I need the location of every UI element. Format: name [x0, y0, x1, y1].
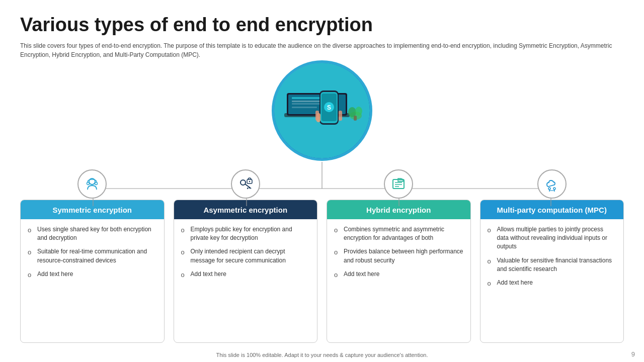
card-symmetric: Symmetric encryption o Uses single share…: [20, 200, 165, 343]
card-wrapper-asymmetric: Asymmetric encryption o Employs public k…: [174, 185, 318, 343]
card-mpc: Multi-party computation (MPC) o Allows m…: [480, 200, 624, 343]
bullet-item: o Provides balance between high performa…: [334, 247, 463, 265]
bullet-item: o Uses single shared key for both encryp…: [28, 225, 157, 243]
asymmetric-icon: [231, 169, 260, 199]
svg-line-30: [245, 184, 251, 189]
bullet-item: o Add text here: [334, 270, 463, 280]
center-illustration: S: [274, 63, 370, 158]
card-asymmetric: Asymmetric encryption o Employs public k…: [174, 200, 318, 343]
card-symmetric-header: Symmetric encryption: [21, 200, 164, 219]
card-asymmetric-body: o Employs public key for encryption and …: [174, 219, 317, 290]
card-asymmetric-header: Asymmetric encryption: [174, 200, 317, 219]
mpc-icon: [537, 169, 567, 199]
card-wrapper-symmetric: Symmetric encryption o Uses single share…: [20, 185, 165, 343]
svg-rect-11: [354, 116, 357, 121]
cards-row: Symmetric encryption o Uses single share…: [20, 185, 624, 343]
page-title: Various types of end to end encryption: [20, 14, 624, 36]
card-symmetric-body: o Uses single shared key for both encryp…: [21, 219, 164, 290]
center-image-area: S: [0, 60, 644, 161]
card-mpc-header: Multi-party computation (MPC): [480, 200, 624, 219]
bullet-item: o Add text here: [28, 270, 157, 280]
svg-point-28: [95, 183, 98, 185]
subtitle-text: This slide covers four types of end-to-e…: [20, 41, 624, 59]
bullet-item: o Suitable for real-time communication a…: [28, 247, 157, 265]
svg-rect-4: [292, 97, 322, 99]
svg-point-27: [87, 183, 90, 185]
svg-rect-7: [292, 107, 317, 108]
center-circle-inner: S: [274, 63, 370, 158]
card-mpc-body: o Allows multiple parties to jointly pro…: [480, 219, 624, 299]
bullet-item: o Allows multiple parties to jointly pro…: [488, 225, 617, 251]
footer-text: This slide is 100% editable. Adapt it to…: [0, 352, 644, 358]
svg-rect-18: [315, 111, 319, 121]
svg-point-34: [249, 181, 250, 182]
hybrid-icon: [384, 169, 413, 199]
bullet-item: o Add text here: [181, 270, 310, 280]
card-wrapper-mpc: Multi-party computation (MPC) o Allows m…: [480, 185, 624, 343]
svg-point-41: [553, 188, 555, 190]
svg-point-29: [240, 180, 246, 185]
card-hybrid: Hybrid encryption o Combines symmetric a…: [327, 200, 471, 343]
bullet-item: o Employs public key for encryption and …: [181, 225, 310, 243]
svg-point-10: [355, 107, 362, 116]
card-wrapper-hybrid: Hybrid encryption o Combines symmetric a…: [327, 185, 471, 343]
bullet-item: o Combines symmetric and asymmetric encr…: [334, 225, 463, 243]
slide: Various types of end to end encryption T…: [0, 0, 644, 362]
svg-text:S: S: [327, 104, 331, 111]
card-hybrid-body: o Combines symmetric and asymmetric encr…: [327, 219, 470, 290]
center-circle: S: [272, 60, 372, 161]
svg-rect-19: [339, 111, 342, 121]
page-number: 9: [631, 350, 635, 358]
card-hybrid-header: Hybrid encryption: [327, 200, 470, 219]
bullet-item: o Add text here: [488, 279, 617, 289]
bullet-item: o Valuable for sensitive financial trans…: [488, 256, 617, 274]
bullet-item: o Only intended recipient can decrypt me…: [181, 247, 310, 265]
svg-point-40: [548, 188, 550, 190]
symmetric-icon: [77, 169, 107, 199]
